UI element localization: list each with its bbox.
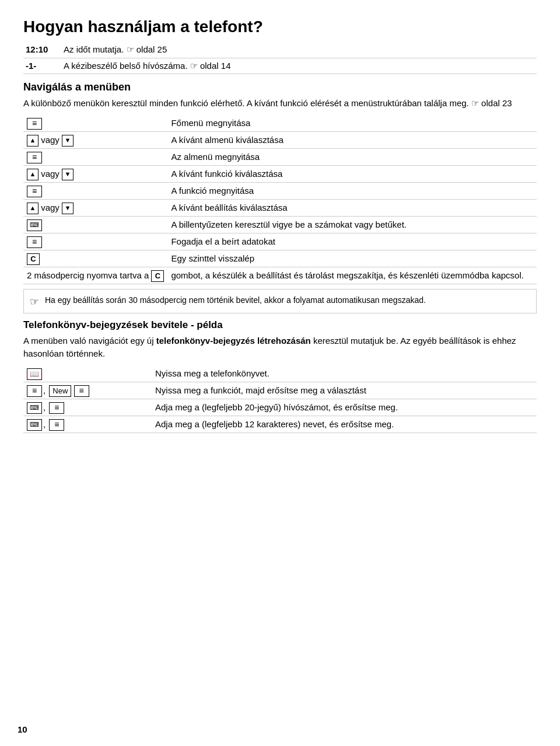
nav-key-cell bbox=[23, 148, 167, 165]
phonebook-text-cell: Nyissa meg a funkciót, majd erősítse meg… bbox=[152, 382, 537, 399]
book-key: 📖 bbox=[27, 368, 42, 380]
menu-key bbox=[27, 385, 42, 397]
keyboard-key: ⌨ bbox=[27, 219, 42, 231]
nav-text-cell: A kívánt almenü kiválasztása bbox=[167, 131, 537, 148]
nav-text-cell: Fogadja el a beírt adatokat bbox=[167, 233, 537, 250]
menu-key bbox=[27, 118, 42, 130]
nav-table: Főmenü megnyitása▲ vagy ▼A kívánt almenü… bbox=[23, 115, 537, 284]
nav-row: ⌨A billentyűzeten keresztül vigye be a s… bbox=[23, 216, 537, 233]
nav-row: CEgy szinttel visszalép bbox=[23, 250, 537, 267]
phonebook-text-cell: Adja meg a (legfeljebb 12 karakteres) ne… bbox=[152, 416, 537, 433]
phonebook-intro: A menüben való navigációt egy új telefon… bbox=[23, 334, 537, 361]
nav-key-cell: ⌨ bbox=[23, 216, 167, 233]
intro-row: 12:10Az időt mutatja. ☞ oldal 25 bbox=[23, 42, 537, 58]
nav-row: ▲ vagy ▼A kívánt funkció kiválasztása bbox=[23, 165, 537, 182]
nav-row: 2 másodpercig nyomva tartva a Cgombot, a… bbox=[23, 267, 537, 284]
nav-row: Főmenü megnyitása bbox=[23, 115, 537, 132]
nav-intro-text: A különböző menükön keresztül minden fun… bbox=[23, 97, 537, 110]
phonebook-row: 📖Nyissa meg a telefonkönyvet. bbox=[23, 365, 537, 382]
nav-section-title: Navigálás a menüben bbox=[23, 81, 537, 93]
phonebook-row: ⌨, Adja meg a (legfeljebb 20-jegyű) hívó… bbox=[23, 399, 537, 416]
nav-key-cell: ▲ vagy ▼ bbox=[23, 131, 167, 148]
note-icon: ☞ bbox=[30, 295, 39, 308]
menu-key bbox=[27, 186, 42, 197]
phonebook-key-cell: , New bbox=[23, 382, 152, 399]
nav-text-cell: A kívánt funkció kiválasztása bbox=[167, 165, 537, 182]
page-title: Hogyan használjam a telefont? bbox=[23, 18, 537, 36]
up-key: ▲ bbox=[27, 135, 38, 147]
nav-text-cell: gombot, a készülék a beállítást és tárol… bbox=[167, 267, 537, 284]
nav-text-cell: A kívánt beállítás kiválasztása bbox=[167, 199, 537, 216]
menu-key bbox=[49, 419, 64, 431]
intro-left: -1- bbox=[23, 58, 61, 74]
keyboard-key: ⌨ bbox=[27, 402, 42, 414]
intro-table: 12:10Az időt mutatja. ☞ oldal 25-1-A kéz… bbox=[23, 42, 537, 74]
nav-row: Az almenü megnyitása bbox=[23, 148, 537, 165]
menu-key bbox=[27, 152, 42, 163]
nav-text-cell: Az almenü megnyitása bbox=[167, 148, 537, 165]
intro-row: -1-A kézibeszélő belső hívószáma. ☞ olda… bbox=[23, 58, 537, 74]
nav-text-cell: A funkció megnyitása bbox=[167, 182, 537, 199]
note-text: Ha egy beállítás során 30 másodpercig ne… bbox=[45, 294, 426, 306]
c-key: C bbox=[27, 253, 40, 265]
nav-key-cell bbox=[23, 115, 167, 132]
nav-key-cell: ▲ vagy ▼ bbox=[23, 199, 167, 216]
nav-text-cell: A billentyűzeten keresztül vigye be a sz… bbox=[167, 216, 537, 233]
phonebook-text-cell: Adja meg a (legfeljebb 20-jegyű) hívószá… bbox=[152, 399, 537, 416]
up-key: ▲ bbox=[27, 203, 38, 214]
nav-text-cell: Egy szinttel visszalép bbox=[167, 250, 537, 267]
nav-row: ▲ vagy ▼A kívánt beállítás kiválasztása bbox=[23, 199, 537, 216]
nav-row: Fogadja el a beírt adatokat bbox=[23, 233, 537, 250]
down-key: ▼ bbox=[62, 135, 74, 147]
phonebook-text-cell: Nyissa meg a telefonkönyvet. bbox=[152, 365, 537, 382]
nav-key-cell: ▲ vagy ▼ bbox=[23, 165, 167, 182]
up-key: ▲ bbox=[27, 169, 38, 180]
phonebook-key-cell: ⌨, bbox=[23, 416, 152, 433]
phonebook-table: 📖Nyissa meg a telefonkönyvet., New Nyiss… bbox=[23, 365, 537, 433]
intro-left: 12:10 bbox=[23, 42, 61, 58]
nav-key-cell bbox=[23, 233, 167, 250]
nav-key-cell bbox=[23, 182, 167, 199]
intro-right: A kézibeszélő belső hívószáma. ☞ oldal 1… bbox=[61, 58, 537, 74]
menu-key bbox=[49, 402, 64, 414]
menu-key bbox=[74, 385, 89, 397]
intro-right: Az időt mutatja. ☞ oldal 25 bbox=[61, 42, 537, 58]
phonebook-key-cell: 📖 bbox=[23, 365, 152, 382]
nav-key-cell: C bbox=[23, 250, 167, 267]
nav-key-cell: 2 másodpercig nyomva tartva a C bbox=[23, 267, 167, 284]
c-key: C bbox=[151, 270, 164, 282]
phonebook-title: Telefonkönyv-bejegyzések bevitele - péld… bbox=[23, 319, 537, 331]
nav-row: ▲ vagy ▼A kívánt almenü kiválasztása bbox=[23, 131, 537, 148]
down-key: ▼ bbox=[62, 203, 74, 214]
menu-key bbox=[27, 236, 42, 248]
phonebook-row: ⌨, Adja meg a (legfeljebb 12 karakteres)… bbox=[23, 416, 537, 433]
phonebook-row: , New Nyissa meg a funkciót, majd erősít… bbox=[23, 382, 537, 399]
page-number: 10 bbox=[18, 724, 27, 734]
new-key: New bbox=[49, 385, 71, 397]
note-box: ☞ Ha egy beállítás során 30 másodpercig … bbox=[23, 289, 537, 313]
nav-text-cell: Főmenü megnyitása bbox=[167, 115, 537, 132]
keyboard-key: ⌨ bbox=[27, 419, 42, 431]
nav-row: A funkció megnyitása bbox=[23, 182, 537, 199]
down-key: ▼ bbox=[62, 169, 74, 180]
phonebook-key-cell: ⌨, bbox=[23, 399, 152, 416]
